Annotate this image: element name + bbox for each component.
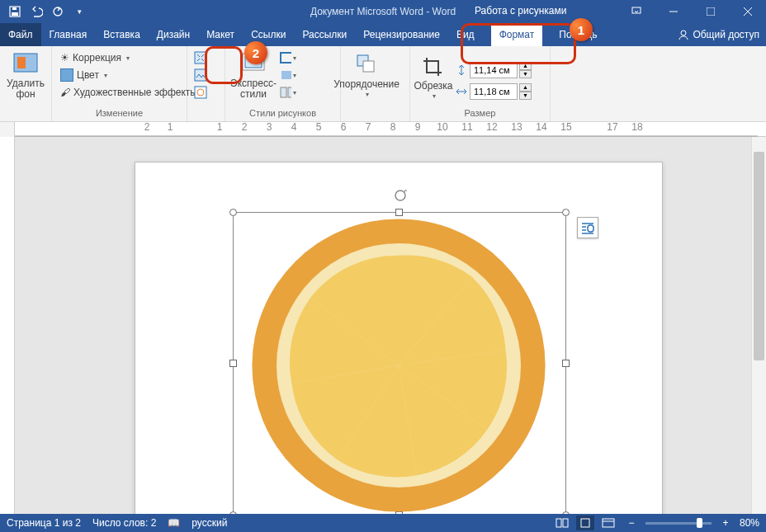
tab-design[interactable]: Дизайн xyxy=(149,23,198,46)
handle-right[interactable] xyxy=(562,360,570,367)
tab-review[interactable]: Рецензирование xyxy=(355,23,448,46)
svg-rect-14 xyxy=(195,87,206,98)
orange-image[interactable] xyxy=(246,213,551,514)
share-button[interactable]: Общий доступ xyxy=(678,23,759,46)
close-button[interactable] xyxy=(729,0,766,23)
remove-background-button[interactable]: Удалить фон xyxy=(3,48,48,102)
height-input[interactable] xyxy=(470,62,518,78)
group-arrange: Упорядочение▾ xyxy=(341,46,410,121)
group-adjust: ☀Коррекция▾ Цвет▾ 🖌Художественные эффект… xyxy=(52,46,187,121)
tab-file[interactable]: Файл xyxy=(0,23,41,46)
status-page[interactable]: Страница 1 из 2 xyxy=(7,517,81,529)
zoom-out-button[interactable]: − xyxy=(622,516,641,530)
picture-effects-button[interactable]: ▾ xyxy=(280,67,296,83)
group-adjust-label: Изменение xyxy=(55,108,183,120)
width-down[interactable]: ▼ xyxy=(519,92,532,100)
scroll-thumb[interactable] xyxy=(754,152,764,360)
ruler-horizontal[interactable]: 21 123 456 789 101112 131415 1718 xyxy=(0,122,766,137)
width-up[interactable]: ▲ xyxy=(519,83,532,92)
svg-rect-6 xyxy=(707,7,715,16)
ribbon: Удалить фон ☀Коррекция▾ Цвет▾ 🖌Художеств… xyxy=(0,46,766,122)
picture-layout-button[interactable]: ▾ xyxy=(280,84,296,101)
maximize-button[interactable] xyxy=(692,0,729,23)
svg-rect-49 xyxy=(563,519,568,527)
picture-border-button[interactable]: ▾ xyxy=(280,49,296,66)
svg-text:9: 9 xyxy=(415,122,421,133)
group-remove-bg: Удалить фон xyxy=(0,46,52,121)
status-proofing-icon[interactable]: 📖 xyxy=(168,517,180,529)
width-input[interactable] xyxy=(470,83,518,100)
view-print-layout[interactable] xyxy=(576,516,594,530)
svg-text:2: 2 xyxy=(144,122,150,133)
minimize-button[interactable] xyxy=(655,0,692,23)
svg-text:4: 4 xyxy=(291,122,297,133)
view-read-mode[interactable] xyxy=(553,516,571,530)
arrange-button[interactable]: Упорядочение▾ xyxy=(344,48,389,102)
tab-format[interactable]: Формат xyxy=(491,23,543,46)
group-styles-label: Стили рисунков xyxy=(229,108,337,120)
corrections-label: Коррекция xyxy=(73,52,121,64)
ribbon-tabs: Файл Главная Вставка Дизайн Макет Ссылки… xyxy=(0,23,766,46)
crop-icon xyxy=(422,56,445,79)
handle-top-right[interactable] xyxy=(562,209,570,216)
width-spinner[interactable]: ▲▼ xyxy=(455,82,532,101)
document-area[interactable] xyxy=(15,137,751,514)
ruler-corner xyxy=(0,122,15,137)
svg-text:3: 3 xyxy=(267,122,272,133)
handle-top-left[interactable] xyxy=(229,209,237,216)
picture-selection[interactable] xyxy=(233,212,566,514)
svg-rect-12 xyxy=(195,52,206,64)
tab-mailings[interactable]: Рассылки xyxy=(294,23,355,46)
crop-label: Обрезка xyxy=(414,81,453,92)
tab-insert[interactable]: Вставка xyxy=(95,23,149,46)
undo-button[interactable] xyxy=(26,2,46,21)
redo-button[interactable] xyxy=(48,2,68,21)
svg-rect-21 xyxy=(288,87,291,97)
save-button[interactable] xyxy=(5,2,25,21)
contextual-tab-title: Работа с рисунками xyxy=(466,0,574,21)
svg-text:6: 6 xyxy=(341,122,347,133)
svg-text:1: 1 xyxy=(168,122,173,133)
view-web-layout[interactable] xyxy=(599,516,617,530)
height-spinner[interactable]: ▲▼ xyxy=(455,61,532,79)
reset-picture-button[interactable] xyxy=(192,84,209,101)
status-words[interactable]: Число слов: 2 xyxy=(92,517,156,529)
svg-text:11: 11 xyxy=(461,122,473,133)
tab-home[interactable]: Главная xyxy=(41,23,96,46)
group-picture-styles: Экспресс-стили ▾ ▾ ▾ Стили рисунков xyxy=(225,46,341,121)
title-bar: ▾ Документ Microsoft Word - Word Работа … xyxy=(0,0,766,23)
ruler-scale: 21 123 456 789 101112 131415 1718 xyxy=(15,122,766,137)
tab-layout[interactable]: Макет xyxy=(198,23,243,46)
page[interactable] xyxy=(135,162,663,514)
change-picture-button[interactable] xyxy=(192,67,209,83)
zoom-in-button[interactable]: + xyxy=(716,516,735,530)
svg-text:7: 7 xyxy=(366,122,371,133)
qat-customize[interactable]: ▾ xyxy=(69,2,89,21)
ribbon-options-button[interactable] xyxy=(617,0,655,23)
zoom-slider[interactable] xyxy=(645,522,712,525)
scrollbar-vertical[interactable] xyxy=(751,137,766,514)
rotate-handle[interactable] xyxy=(393,188,408,203)
status-bar: Страница 1 из 2 Число слов: 2 📖 русский … xyxy=(0,514,766,532)
quick-styles-label: Экспресс-стили xyxy=(229,78,278,100)
zoom-thumb[interactable] xyxy=(697,518,702,528)
svg-rect-50 xyxy=(581,519,589,527)
svg-text:10: 10 xyxy=(437,122,448,133)
svg-rect-13 xyxy=(195,69,206,81)
ruler-vertical[interactable] xyxy=(0,137,15,514)
corrections-button[interactable]: ☀Коррекция▾ xyxy=(57,49,209,66)
zoom-level[interactable]: 80% xyxy=(740,517,759,529)
artistic-effects-button[interactable]: 🖌Художественные эффекты▾ xyxy=(57,84,209,101)
handle-left[interactable] xyxy=(229,360,237,367)
tab-view[interactable]: Вид xyxy=(448,23,483,46)
height-down[interactable]: ▼ xyxy=(519,70,532,78)
height-up[interactable]: ▲ xyxy=(519,62,532,70)
svg-text:17: 17 xyxy=(607,122,618,133)
crop-button[interactable]: Обрезка▾ xyxy=(414,51,453,106)
svg-text:1: 1 xyxy=(217,122,223,133)
status-language[interactable]: русский xyxy=(192,517,227,529)
layout-options-button[interactable] xyxy=(577,217,598,238)
window-controls xyxy=(617,0,766,23)
color-button[interactable]: Цвет▾ xyxy=(57,67,209,83)
compress-pictures-button[interactable] xyxy=(192,49,209,66)
